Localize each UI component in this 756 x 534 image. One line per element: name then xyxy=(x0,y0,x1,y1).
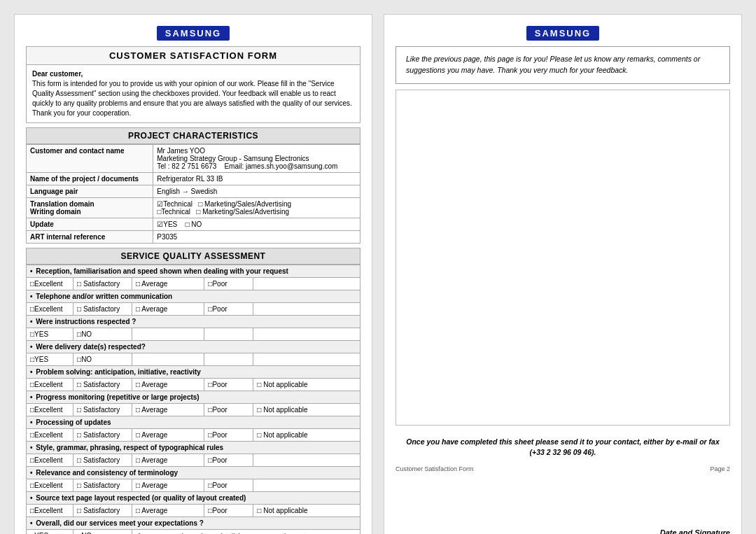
cb-yes-del: □YES xyxy=(27,353,74,366)
checkbox-row: □Excellent □ Satisfactory □ Average □Poo… xyxy=(27,278,360,290)
page2-intro: Like the previous page, this page is for… xyxy=(396,46,730,84)
table-row: Name of the project / documents Refriger… xyxy=(27,173,360,185)
table-row: Customer and contact name Mr James YOO M… xyxy=(27,145,360,173)
cb-excellent-2: □Excellent xyxy=(27,303,74,316)
cb-empty-inst1 xyxy=(132,328,204,341)
quality-row-header: • Were instructions respected ? xyxy=(27,316,360,328)
value-art-ref: P3035 xyxy=(153,231,360,244)
table-row: Translation domainWriting domain ☑Techni… xyxy=(27,198,360,218)
cb-excellent-8: □Excellent xyxy=(27,454,74,467)
cb-empty-8 xyxy=(253,454,360,467)
checkbox-row: □Excellent □ Satisfactory □ Average □Poo… xyxy=(27,505,360,517)
footer-p2: Customer Satisfaction Form Page 2 xyxy=(396,465,730,472)
quality-row-header: • Relevance and consistency of terminolo… xyxy=(27,467,360,479)
quality-label-relevance: • Relevance and consistency of terminolo… xyxy=(27,467,360,479)
quality-row-header: • Were delivery date(s) respected? xyxy=(27,341,360,353)
cb-poor-5: □Poor xyxy=(204,379,253,391)
table-row: Language pair English → Swedish xyxy=(27,185,360,198)
cb-excellent-9: □Excellent xyxy=(27,479,74,492)
label-language: Language pair xyxy=(27,185,153,198)
label-domain: Translation domainWriting domain xyxy=(27,198,153,218)
cb-satisfactory-2: □ Satisfactory xyxy=(74,303,132,316)
checkbox-row: □YES □NO xyxy=(27,353,360,366)
cb-poor-2: □Poor xyxy=(204,303,253,316)
cb-excellent-5: □Excellent xyxy=(27,379,74,391)
cb-poor-8: □Poor xyxy=(204,454,253,467)
cb-average-1: □ Average xyxy=(132,278,204,290)
date-signature: Date and Signature xyxy=(660,528,730,534)
cb-yes-inst: □YES xyxy=(27,328,74,341)
quality-row-header: • Style, grammar, phrasing, respect of t… xyxy=(27,442,360,454)
quality-label-progress: • Progress monitoring (repetitive or lar… xyxy=(27,391,360,404)
closing-message: Once you have completed this sheet pleas… xyxy=(396,437,730,459)
note-overall: If you answered No, please detail the re… xyxy=(132,530,360,535)
intro-dear: Dear customer, xyxy=(32,69,354,79)
cb-satisfactory-6: □ Satisfactory xyxy=(74,404,132,416)
checkbox-tech-trans: ☑Technical xyxy=(157,200,192,208)
checkbox-row: □Excellent □ Satisfactory □ Average □Poo… xyxy=(27,429,360,442)
checkbox-row: □YES □NO xyxy=(27,328,360,341)
cb-average-8: □ Average xyxy=(132,454,204,467)
footer-right-p2: Page 2 xyxy=(710,465,730,472)
cb-satisfactory-8: □ Satisfactory xyxy=(74,454,132,467)
quality-row-header: • Processing of updates xyxy=(27,416,360,429)
intro-body: This form is intended for you to provide… xyxy=(32,79,354,118)
cb-poor-7: □Poor xyxy=(204,429,253,442)
cb-poor-1: □Poor xyxy=(204,278,253,290)
value-project: Refrigerator RL 33 IB xyxy=(153,173,360,185)
cb-empty-inst2 xyxy=(204,328,253,341)
section-quality-header: SERVICE QUALITY ASSESSMENT xyxy=(26,248,360,265)
quality-row-header: • Progress monitoring (repetitive or lar… xyxy=(27,391,360,404)
cb-poor-9: □Poor xyxy=(204,479,253,492)
cb-na-5: □ Not applicable xyxy=(253,379,360,391)
checkbox-mkt-write: □ Marketing/Sales/Advertising xyxy=(196,208,289,216)
checkbox-row: □Excellent □ Satisfactory □ Average □Poo… xyxy=(27,379,360,391)
quality-label-problem: • Problem solving: anticipation, initiat… xyxy=(27,366,360,379)
cb-average-6: □ Average xyxy=(132,404,204,416)
cb-poor-10: □Poor xyxy=(204,505,253,517)
cb-satisfactory-9: □ Satisfactory xyxy=(74,479,132,492)
project-table: Customer and contact name Mr James YOO M… xyxy=(26,144,360,244)
quality-row-header: • Reception, familiarisation and speed s… xyxy=(27,265,360,278)
label-update: Update xyxy=(27,218,153,231)
samsung-logo-p1: SAMSUNG xyxy=(157,26,230,41)
checkbox-row: □YES □NO If you answered No, please deta… xyxy=(27,530,360,535)
value-domain: ☑Technical □ Marketing/Sales/Advertising… xyxy=(153,198,360,218)
checkbox-row: □Excellent □ Satisfactory □ Average □Poo… xyxy=(27,479,360,492)
cb-empty-9 xyxy=(253,479,360,492)
quality-row-header: • Overall, did our services meet your ex… xyxy=(27,517,360,530)
quality-row-header: • Telephone and/or written communication xyxy=(27,290,360,303)
cb-excellent-10: □Excellent xyxy=(27,505,74,517)
cb-average-10: □ Average xyxy=(132,505,204,517)
quality-label-instructions: • Were instructions respected ? xyxy=(27,316,360,328)
checkbox-row: □Excellent □ Satisfactory □ Average □Poo… xyxy=(27,303,360,316)
pages-container: SAMSUNG CUSTOMER SATISFACTION FORM Dear … xyxy=(14,14,742,534)
cb-empty-2 xyxy=(253,303,360,316)
quality-label-style: • Style, grammar, phrasing, respect of t… xyxy=(27,442,360,454)
checkbox-row: □Excellent □ Satisfactory □ Average □Poo… xyxy=(27,454,360,467)
label-art-ref: ART internal reference xyxy=(27,231,153,244)
page2-intro-text: Like the previous page, this page is for… xyxy=(406,55,700,74)
date-signature-label: Date and Signature xyxy=(660,528,730,534)
checkbox-row: □Excellent □ Satisfactory □ Average □Poo… xyxy=(27,404,360,416)
cb-average-7: □ Average xyxy=(132,429,204,442)
section-project-header: PROJECT CHARACTERISTICS xyxy=(26,127,360,144)
cb-satisfactory-7: □ Satisfactory xyxy=(74,429,132,442)
comments-area[interactable] xyxy=(396,90,730,426)
page-1: SAMSUNG CUSTOMER SATISFACTION FORM Dear … xyxy=(14,14,372,534)
closing-text: Once you have completed this sheet pleas… xyxy=(406,437,720,457)
cb-no-overall: □NO xyxy=(74,530,132,535)
intro-box: Dear customer, This form is intended for… xyxy=(26,65,360,123)
cb-empty-del1 xyxy=(132,353,204,366)
logo-container-p2: SAMSUNG xyxy=(396,26,730,41)
checkbox-tech-write: □Technical xyxy=(157,208,190,216)
cb-na-10: □ Not applicable xyxy=(253,505,360,517)
value-update: ☑YES □ NO xyxy=(153,218,360,231)
footer-left-p2: Customer Satisfaction Form xyxy=(396,465,474,472)
cb-na-7: □ Not applicable xyxy=(253,429,360,442)
cb-na-6: □ Not applicable xyxy=(253,404,360,416)
logo-container-p1: SAMSUNG xyxy=(26,26,360,41)
cb-satisfactory-1: □ Satisfactory xyxy=(74,278,132,290)
quality-row-header: • Source text page layout respected (or … xyxy=(27,492,360,505)
cb-empty-del2 xyxy=(204,353,253,366)
